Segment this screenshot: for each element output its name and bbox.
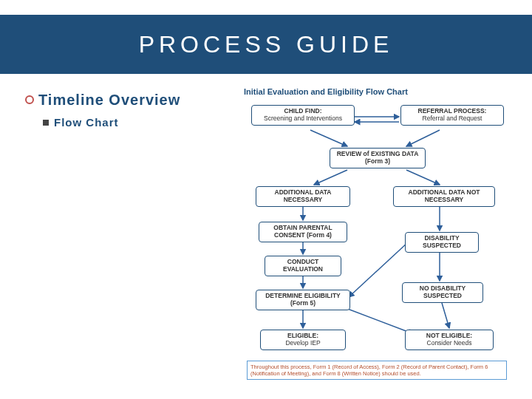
box-referral: REFERRAL PROCESS: Referral and Request [400, 105, 504, 126]
box-child-find: CHILD FIND: Screening and Interventions [251, 105, 355, 126]
box-heading: DISABILITY SUSPECTED [409, 235, 475, 250]
box-no-disability-suspected: NO DISABILITY SUSPECTED [402, 282, 483, 303]
left-column: Timeline Overview Flow Chart [25, 87, 239, 398]
box-heading: REVIEW of EXISTING DATA (Form 3) [333, 151, 422, 166]
svg-line-14 [340, 306, 414, 334]
bullet-sub-text: Flow Chart [54, 116, 119, 129]
flowchart-title: Initial Evaluation and Eligibility Flow … [244, 87, 517, 96]
bullet-main: Timeline Overview [25, 92, 239, 109]
box-additional-not-needed: ADDITIONAL DATA NOT NECESSARY [393, 186, 495, 207]
box-heading: ADDITIONAL DATA NECESSARY [259, 189, 347, 204]
box-sub: Develop IEP [285, 339, 320, 347]
box-sub: Referral and Request [423, 115, 482, 122]
box-determine: DETERMINE ELIGIBILITY (Form 5) [256, 290, 350, 310]
box-disability-suspected: DISABILITY SUSPECTED [405, 232, 479, 253]
svg-line-5 [406, 170, 440, 185]
box-not-eligible: NOT ELIGIBLE: Consider Needs [405, 330, 494, 350]
bullet-sub: Flow Chart [25, 116, 239, 129]
box-consent: OBTAIN PARENTAL CONSENT (Form 4) [259, 222, 347, 242]
page-title: PROCESS GUIDE [139, 31, 394, 58]
square-bullet-icon [43, 120, 49, 126]
svg-line-10 [349, 242, 408, 297]
svg-line-2 [406, 130, 440, 146]
title-bar: PROCESS GUIDE [0, 15, 532, 74]
box-review: REVIEW of EXISTING DATA (Form 3) [330, 148, 426, 168]
bullet-main-text: Timeline Overview [38, 92, 180, 108]
ring-bullet-icon [25, 95, 34, 104]
box-eligible: ELIGIBLE: Develop IEP [260, 330, 346, 350]
svg-line-3 [310, 130, 347, 146]
box-heading: NO DISABILITY SUSPECTED [406, 285, 480, 300]
box-conduct: CONDUCT EVALUATION [265, 256, 341, 276]
box-heading: CONDUCT EVALUATION [268, 259, 338, 273]
box-heading: ADDITIONAL DATA NOT NECESSARY [397, 189, 491, 204]
svg-line-12 [442, 303, 449, 328]
box-sub: Screening and Interventions [264, 115, 342, 122]
box-additional-needed: ADDITIONAL DATA NECESSARY [256, 186, 350, 207]
box-sub: Consider Needs [427, 339, 472, 347]
process-note: Throughout this process, Form 1 (Record … [247, 361, 507, 380]
svg-line-4 [314, 170, 347, 185]
flowchart-area: Initial Evaluation and Eligibility Flow … [244, 87, 517, 398]
box-heading: OBTAIN PARENTAL CONSENT (Form 4) [262, 225, 344, 239]
box-heading: DETERMINE ELIGIBILITY (Form 5) [259, 293, 347, 307]
